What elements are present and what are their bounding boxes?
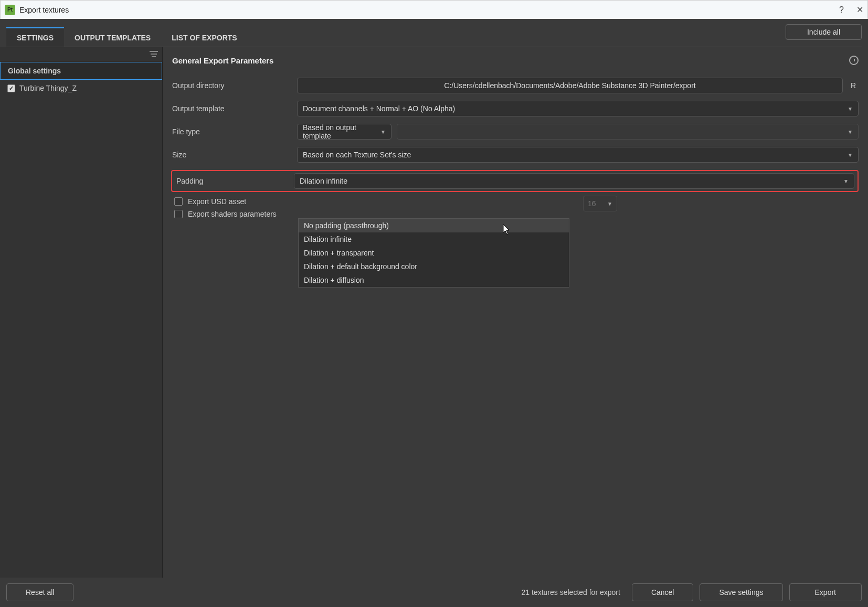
- checkbox-export-usd[interactable]: [174, 197, 183, 206]
- cancel-button[interactable]: Cancel: [632, 583, 694, 601]
- chevron-down-icon: ▼: [848, 106, 853, 112]
- padding-option-dilation-default-bg[interactable]: Dilation + default background color: [299, 260, 569, 273]
- tab-output-templates[interactable]: OUTPUT TEMPLATES: [64, 27, 161, 47]
- row-size: Size Based on each Texture Set's size ▼: [172, 147, 859, 163]
- chevron-down-icon: ▼: [848, 129, 853, 135]
- svg-rect-2: [152, 56, 156, 57]
- titlebar: Pt Export textures ? ✕: [0, 0, 868, 19]
- row-output-template: Output template Document channels + Norm…: [172, 101, 859, 116]
- history-icon[interactable]: [849, 56, 859, 65]
- main-panel: General Export Parameters Output directo…: [163, 47, 868, 578]
- label-export-shaders: Export shaders parameters: [188, 210, 277, 218]
- status-text: 21 textures selected for export: [80, 588, 625, 597]
- sidebar-item-texture-set[interactable]: ✓ Turbine Thingy_Z: [0, 80, 162, 97]
- select-padding[interactable]: Dilation infinite ▼: [294, 173, 854, 189]
- padding-dropdown[interactable]: No padding (passthrough) Dilation infini…: [298, 218, 569, 287]
- tab-list-of-exports[interactable]: LIST OF EXPORTS: [161, 27, 247, 47]
- sidebar-global-settings[interactable]: Global settings: [0, 62, 162, 80]
- chevron-down-icon: ▼: [848, 152, 853, 158]
- checkbox-export-shaders[interactable]: [174, 210, 183, 218]
- label-padding: Padding: [172, 177, 289, 185]
- select-file-type-secondary: ▼: [397, 124, 859, 140]
- sidebar-filter-icon[interactable]: [150, 50, 158, 59]
- row-file-type: File type Based on output template ▼ ▼: [172, 124, 859, 140]
- input-output-directory[interactable]: C:/Users/cdellenbach/Documents/Adobe/Ado…: [297, 78, 843, 93]
- row-padding: Padding Dilation infinite ▼: [171, 170, 859, 192]
- chevron-down-icon: ▼: [607, 201, 612, 207]
- chevron-down-icon: ▼: [380, 129, 386, 135]
- tabbar: SETTINGS OUTPUT TEMPLATES LIST OF EXPORT…: [0, 19, 868, 47]
- select-size[interactable]: Based on each Texture Set's size ▼: [297, 147, 859, 163]
- texture-set-checkbox[interactable]: ✓: [7, 84, 15, 92]
- padding-option-dilation-transparent[interactable]: Dilation + transparent: [299, 246, 569, 260]
- svg-rect-1: [151, 54, 157, 55]
- include-all-button[interactable]: Include all: [786, 24, 862, 40]
- svg-rect-0: [150, 51, 158, 52]
- label-export-usd: Export USD asset: [188, 197, 246, 206]
- sidebar-global-settings-label: Global settings: [8, 67, 61, 75]
- padding-option-no-padding[interactable]: No padding (passthrough): [299, 219, 569, 232]
- row-output-directory: Output directory C:/Users/cdellenbach/Do…: [172, 78, 859, 93]
- tab-settings[interactable]: SETTINGS: [6, 27, 64, 47]
- save-settings-button[interactable]: Save settings: [700, 583, 782, 601]
- window-title: Export textures: [19, 6, 69, 14]
- close-button[interactable]: ✕: [856, 5, 863, 15]
- texture-set-label: Turbine Thingy_Z: [19, 84, 77, 92]
- bottom-bar: Reset all 21 textures selected for expor…: [0, 578, 868, 607]
- input-padding-value: 16 ▼: [583, 196, 617, 211]
- label-file-type: File type: [172, 127, 292, 136]
- help-button[interactable]: ?: [839, 5, 844, 15]
- select-file-type[interactable]: Based on output template ▼: [297, 124, 391, 140]
- export-button[interactable]: Export: [789, 583, 862, 601]
- section-title: General Export Parameters: [172, 56, 273, 65]
- chevron-down-icon: ▼: [843, 178, 849, 184]
- app-icon: Pt: [5, 5, 15, 15]
- padding-option-dilation-diffusion[interactable]: Dilation + diffusion: [299, 273, 569, 287]
- padding-option-dilation-infinite[interactable]: Dilation infinite: [299, 232, 569, 246]
- select-output-template[interactable]: Document channels + Normal + AO (No Alph…: [297, 101, 859, 116]
- label-output-directory: Output directory: [172, 81, 292, 90]
- sidebar: Global settings ✓ Turbine Thingy_Z: [0, 47, 163, 578]
- label-output-template: Output template: [172, 104, 292, 113]
- row-export-usd[interactable]: Export USD asset: [172, 197, 859, 206]
- row-export-shaders[interactable]: Export shaders parameters: [172, 210, 859, 218]
- reset-all-button[interactable]: Reset all: [6, 583, 73, 601]
- reset-output-directory-button[interactable]: R: [848, 81, 859, 90]
- label-size: Size: [172, 151, 292, 159]
